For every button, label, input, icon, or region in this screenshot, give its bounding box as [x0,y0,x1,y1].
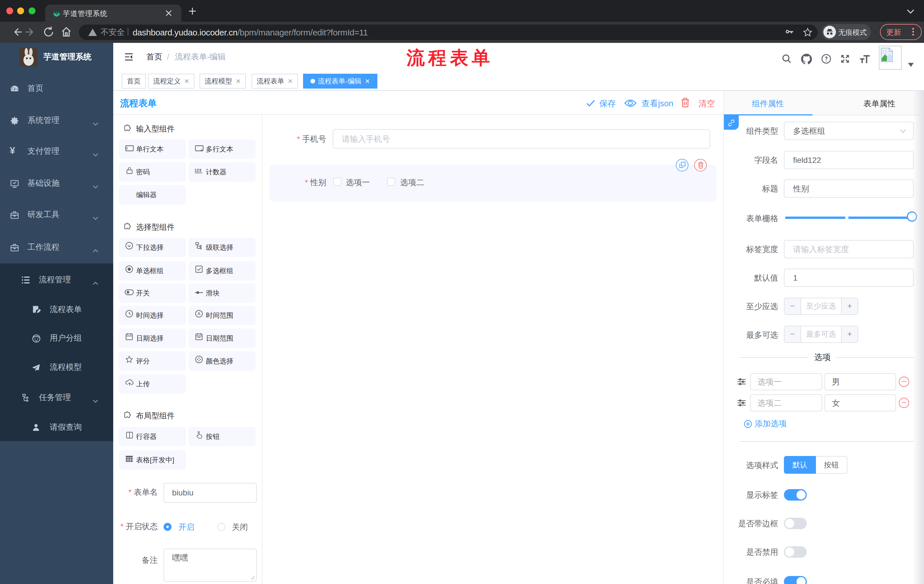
svg-text:123: 123 [195,168,201,173]
